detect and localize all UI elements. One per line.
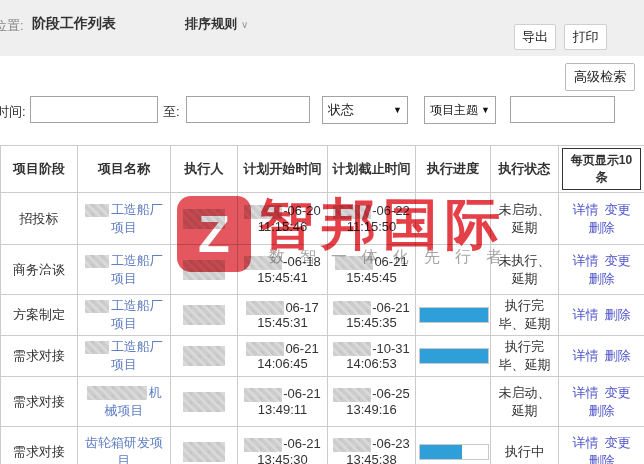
executor-cell — [171, 295, 238, 336]
start-date-cell: -06-20 11:15:46 — [238, 193, 328, 245]
actions-cell: 详情变更删除 — [559, 193, 644, 245]
redacted-blob — [335, 256, 373, 270]
col-header-progress: 执行进度 — [416, 146, 491, 193]
project-name-cell: 齿轮箱研发项目 — [78, 427, 171, 464]
start-date-cell: 06-17 15:45:31 — [238, 295, 328, 336]
change-link[interactable]: 变更 — [605, 253, 631, 268]
table-header-row: 项目阶段 项目名称 执行人 计划开始时间 计划截止时间 执行进度 执行状态 每页… — [1, 146, 644, 193]
redacted-blob — [333, 205, 371, 219]
redacted-blob — [244, 256, 282, 270]
progress-bar-fill — [420, 308, 488, 322]
actions-cell: 详情删除 — [559, 295, 644, 336]
advanced-search-button[interactable]: 高级检索 — [565, 63, 635, 91]
table-row: 需求对接 工造船厂项目 06-21 14:06:45 -10-31 14:06:… — [1, 336, 644, 377]
actions-cell: 详情变更删除 — [559, 377, 644, 427]
project-name-link[interactable]: 工造船厂项目 — [111, 202, 163, 235]
detail-link[interactable]: 详情 — [573, 307, 599, 322]
delete-link[interactable]: 删除 — [589, 271, 615, 286]
start-date-cell: -06-21 13:49:11 — [238, 377, 328, 427]
progress-bar — [419, 444, 489, 460]
project-name-link[interactable]: 齿轮箱研发项目 — [85, 435, 163, 464]
col-header-stage: 项目阶段 — [1, 146, 78, 193]
status-select[interactable]: 状态▼ — [322, 96, 408, 124]
print-button[interactable]: 打印 — [564, 24, 607, 50]
start-date-cell: 06-21 14:06:45 — [238, 336, 328, 377]
detail-link[interactable]: 详情 — [573, 348, 599, 363]
end-date-cell: -06-21 15:45:35 — [328, 295, 416, 336]
delete-link[interactable]: 删除 — [589, 220, 615, 235]
actions-cell: 详情删除 — [559, 336, 644, 377]
project-name-link[interactable]: 工造船厂项目 — [111, 298, 163, 331]
stage-cell: 需求对接 — [1, 336, 78, 377]
caret-down-icon: ▼ — [481, 105, 490, 115]
delete-link[interactable]: 删除 — [605, 348, 631, 363]
end-date-cell: -06-25 13:49:16 — [328, 377, 416, 427]
sort-rule-dropdown[interactable]: 排序规则∨ — [185, 15, 248, 33]
project-name-cell: 工造船厂项目 — [78, 193, 171, 245]
detail-link[interactable]: 详情 — [573, 202, 599, 217]
col-header-executor: 执行人 — [171, 146, 238, 193]
caret-down-icon: ▼ — [393, 105, 402, 115]
redacted-blob — [85, 300, 109, 313]
stage-work-list-page: 位置: 阶段工作列表 排序规则∨ 导出 打印 高级检索 时间: 至: 状态▼ 项… — [0, 0, 644, 464]
top-bar: 位置: 阶段工作列表 排序规则∨ 导出 打印 — [0, 0, 644, 56]
topic-select[interactable]: 项目主题▼ — [424, 96, 496, 124]
redacted-blob — [183, 260, 225, 280]
start-date-cell: -06-21 13:45:30 — [238, 427, 328, 464]
end-date-cell: -06-23 13:45:38 — [328, 427, 416, 464]
table-row: 商务洽谈 工造船厂项目 -06-18 15:45:41 06-21 15:45:… — [1, 245, 644, 295]
executor-cell — [171, 193, 238, 245]
delete-link[interactable]: 删除 — [589, 453, 615, 464]
executor-cell — [171, 245, 238, 295]
redacted-blob — [246, 342, 284, 356]
page-size-select[interactable]: 每页显示10条 — [562, 148, 641, 190]
redacted-blob — [244, 388, 282, 402]
end-date-cell: -10-31 14:06:53 — [328, 336, 416, 377]
actions-cell: 详情变更删除 — [559, 245, 644, 295]
redacted-blob — [183, 392, 225, 412]
stage-cell: 需求对接 — [1, 377, 78, 427]
delete-link[interactable]: 删除 — [605, 307, 631, 322]
redacted-blob — [183, 209, 225, 229]
time-to-input[interactable] — [186, 96, 310, 123]
detail-link[interactable]: 详情 — [573, 435, 599, 450]
page-title: 阶段工作列表 — [32, 15, 116, 33]
project-name-cell: 机械项目 — [78, 377, 171, 427]
status-cell: 未执行、延期 — [491, 245, 559, 295]
change-link[interactable]: 变更 — [605, 385, 631, 400]
redacted-blob — [333, 388, 371, 402]
col-header-name: 项目名称 — [78, 146, 171, 193]
status-cell: 执行完毕、延期 — [491, 336, 559, 377]
redacted-blob — [183, 442, 225, 462]
start-date-cell: -06-18 15:45:41 — [238, 245, 328, 295]
time-label: 时间: — [0, 103, 26, 121]
redacted-blob — [244, 205, 282, 219]
detail-link[interactable]: 详情 — [573, 385, 599, 400]
export-button[interactable]: 导出 — [514, 24, 556, 50]
progress-cell — [416, 427, 491, 464]
change-link[interactable]: 变更 — [605, 435, 631, 450]
progress-cell — [416, 295, 491, 336]
stage-cell: 商务洽谈 — [1, 245, 78, 295]
detail-link[interactable]: 详情 — [573, 253, 599, 268]
redacted-blob — [246, 301, 284, 315]
change-link[interactable]: 变更 — [605, 202, 631, 217]
stage-cell: 招投标 — [1, 193, 78, 245]
table-row: 招投标 工造船厂项目 -06-20 11:15:46 -06-22 11:15:… — [1, 193, 644, 245]
progress-cell — [416, 245, 491, 295]
delete-link[interactable]: 删除 — [589, 403, 615, 418]
executor-cell — [171, 336, 238, 377]
status-cell: 未启动、延期 — [491, 377, 559, 427]
status-cell: 执行中 — [491, 427, 559, 464]
project-name-cell: 工造船厂项目 — [78, 336, 171, 377]
table-row: 需求对接 机械项目 -06-21 13:49:11 -06-25 13:49:1… — [1, 377, 644, 427]
time-from-input[interactable] — [30, 96, 158, 123]
project-name-link[interactable]: 工造船厂项目 — [111, 253, 163, 286]
progress-bar-fill — [420, 445, 462, 459]
progress-bar — [419, 307, 489, 323]
progress-cell — [416, 377, 491, 427]
redacted-blob — [333, 342, 371, 356]
stage-cell: 方案制定 — [1, 295, 78, 336]
project-name-link[interactable]: 工造船厂项目 — [111, 339, 163, 372]
keyword-input[interactable] — [510, 96, 615, 123]
